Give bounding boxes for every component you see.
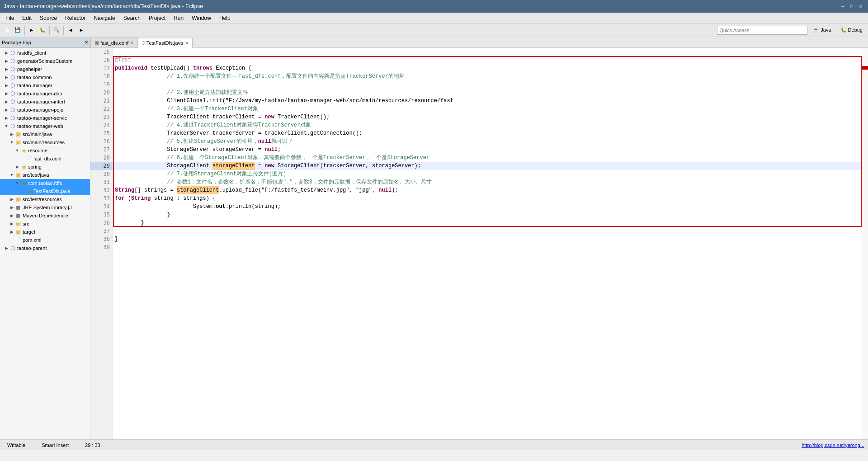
minimize-button[interactable]: ─ [839, 3, 846, 10]
line-number-23: 23 [90, 113, 113, 121]
status-url[interactable]: http://blog.csdn.net/yerong... [802, 442, 864, 448]
debug-perspective-btn[interactable]: 🐛 Debug [837, 27, 866, 33]
menu-item-help[interactable]: Help [216, 13, 234, 23]
sidebar-item-taotao-manager-dao[interactable]: ▶⬡taotao-manager-dao [0, 89, 90, 98]
sidebar-item-taotao-common[interactable]: ▶⬡taotao-common [0, 73, 90, 81]
menu-item-navigate[interactable]: Navigate [90, 13, 118, 23]
code-line-28: // 6.创建一个StorageClient对象，其需要两个参数，一个是Trac… [113, 154, 862, 162]
tree-arrow: ▼ [4, 124, 9, 128]
tree-item-label: src/test/java [23, 172, 49, 178]
line-number-39: 39 [90, 243, 113, 251]
tree-item-label: pagehelper [17, 66, 42, 72]
sidebar-item-src/test/java[interactable]: ▼▣src/test/java [0, 171, 90, 179]
tab-close-icon[interactable]: ✕ [130, 40, 134, 45]
tree-item-label: target [23, 229, 35, 235]
tree-icon-folder: ▣ [14, 196, 22, 203]
tree-item-label: pom.xml [23, 237, 42, 243]
sidebar-item-taotao-manager-pojo[interactable]: ▶⬡taotao-manager-pojo [0, 106, 90, 114]
tree-item-label: JRE System Library [J [23, 205, 72, 210]
tree-item-label: taotao-manager-web [17, 123, 63, 129]
code-line-34: System.out.println(string); [113, 202, 862, 211]
sidebar-item-taotao-parent[interactable]: ▶⬡taotao-parent [0, 244, 90, 252]
code-line-37 [113, 227, 862, 235]
line-number-34: 34 [90, 202, 113, 211]
tree-icon-project-open: ⬡ [9, 122, 16, 130]
editor-tab-TestFastDfs-java[interactable]: JTestFastDfs.java✕ [138, 38, 193, 48]
sidebar-item-generatorSqlmapCustom[interactable]: ▶⬡generatorSqlmapCustom [0, 57, 90, 65]
tab-close-icon[interactable]: ✕ [185, 41, 189, 46]
sidebar-item-resource[interactable]: ▼▣resource [0, 146, 90, 155]
sidebar-item-fast_dfs-conf[interactable]: 📄fast_dfs.conf [0, 155, 90, 163]
menu-item-source[interactable]: Source [36, 13, 61, 23]
sidebar-item-taotao-manager[interactable]: ▶⬡taotao-manager [0, 81, 90, 89]
tree-icon-folder: ▣ [14, 131, 22, 138]
tree-icon-project: ⬡ [9, 57, 16, 65]
tree-icon-folder-open: ▣ [20, 147, 27, 154]
menu-item-edit[interactable]: Edit [19, 13, 35, 23]
toolbar-debug[interactable]: 🐛 [38, 25, 47, 35]
menu-item-refactor[interactable]: Refactor [61, 13, 89, 23]
code-line-17: public void testUpload() throws Exceptio… [113, 64, 862, 72]
tree-item-label: src/main/java [23, 132, 52, 137]
tree-item-label: taotao-manager-dao [17, 91, 62, 96]
sidebar-item-com-taotao-fdfs[interactable]: ▼◈com.taotao.fdfs [0, 179, 90, 187]
tab-icon: J [142, 41, 145, 46]
close-button[interactable]: ✕ [857, 3, 864, 10]
status-right: http://blog.csdn.net/yerong... [802, 442, 864, 448]
tree-item-label: taotao-manager-interf [17, 99, 65, 104]
toolbar-search[interactable]: 🔍 [52, 25, 61, 35]
code-line-36: } [113, 219, 862, 227]
line-number-22: 22 [90, 105, 113, 113]
sidebar-item-TestFastDfs-java[interactable]: JTestFastDfs.java [0, 187, 90, 195]
sidebar-item-src[interactable]: ▶▣src [0, 220, 90, 228]
overview-ruler[interactable] [862, 48, 868, 439]
line-number-28: 28 [90, 154, 113, 162]
line-number-19: 19 [90, 80, 113, 89]
tree-arrow: ▼ [9, 173, 14, 177]
toolbar-run[interactable]: ▶ [27, 25, 37, 35]
sidebar-item-src/main/resources[interactable]: ▼▣src/main/resources [0, 138, 90, 146]
code-content[interactable]: @Test public void testUpload() throws Ex… [113, 48, 862, 439]
tree-item-label: resource [28, 148, 47, 153]
sidebar-item-taotao-manager-interf[interactable]: ▶⬡taotao-manager-interf [0, 98, 90, 106]
window-controls: ─ □ ✕ [839, 3, 864, 10]
maximize-button[interactable]: □ [848, 3, 855, 10]
code-line-25: TrackerServer trackerServer = trackerCli… [113, 129, 862, 137]
tree-icon-package-open: ◈ [20, 179, 27, 187]
toolbar-save[interactable]: 💾 [13, 25, 23, 35]
sidebar-item-taotao-manager-servic[interactable]: ▶⬡taotao-manager-servic [0, 114, 90, 122]
menu-item-window[interactable]: Window [188, 13, 215, 23]
tree-icon-file: 📄 [14, 236, 22, 244]
sidebar-item-Maven-Dependencie[interactable]: ▶◼Maven Dependencie [0, 212, 90, 220]
tree-arrow: ▶ [4, 75, 9, 80]
sidebar-item-spring[interactable]: ▶▣spring [0, 163, 90, 171]
tree-icon-project: ⬡ [9, 98, 16, 105]
menu-bar: FileEditSourceRefactorNavigateSearchProj… [0, 13, 868, 24]
sidebar-item-pagehelper[interactable]: ▶⬡pagehelper [0, 65, 90, 73]
menu-item-search[interactable]: Search [120, 13, 144, 23]
tree-item-label: generatorSqlmapCustom [17, 58, 72, 64]
sidebar-item-taotao-manager-web[interactable]: ▼⬡taotao-manager-web [0, 122, 90, 130]
quick-access-box: ☕ Java 🐛 Debug [717, 26, 866, 35]
toolbar-new[interactable]: 📄 [2, 25, 12, 35]
sidebar-item-src/test/resources[interactable]: ▶▣src/test/resources [0, 195, 90, 203]
sidebar-item-fastdfs_client[interactable]: ▶⬡fastdfs_client [0, 49, 90, 57]
sidebar-item-src/main/java[interactable]: ▶▣src/main/java [0, 130, 90, 138]
menu-item-file[interactable]: File [2, 13, 18, 23]
menu-item-project[interactable]: Project [145, 13, 169, 23]
menu-item-run[interactable]: Run [170, 13, 187, 23]
sidebar-item-target[interactable]: ▶▣target [0, 228, 90, 236]
sidebar-content[interactable]: ▶⬡fastdfs_client▶⬡generatorSqlmapCustom▶… [0, 48, 90, 439]
editor-tab-fast_dfs-conf[interactable]: ▣fast_dfs.conf✕ [90, 38, 138, 47]
toolbar-forward[interactable]: ▶ [76, 25, 86, 35]
editor-area: ▣fast_dfs.conf✕JTestFastDfs.java✕ 151617… [90, 37, 868, 439]
sidebar-item-JRE-System-Library-[J[interactable]: ▶◼JRE System Library [J [0, 203, 90, 212]
quick-access-input[interactable] [717, 26, 807, 35]
tree-item-label: taotao-manager-servic [17, 115, 67, 121]
java-perspective-btn[interactable]: ☕ Java [809, 27, 835, 33]
line-number-26: 26 [90, 137, 113, 146]
toolbar-back[interactable]: ◀ [66, 25, 75, 35]
tab-icon: ▣ [94, 40, 99, 45]
sidebar-close-icon[interactable]: ✕ [85, 40, 88, 45]
sidebar-item-pom-xml[interactable]: 📄pom.xml [0, 236, 90, 244]
